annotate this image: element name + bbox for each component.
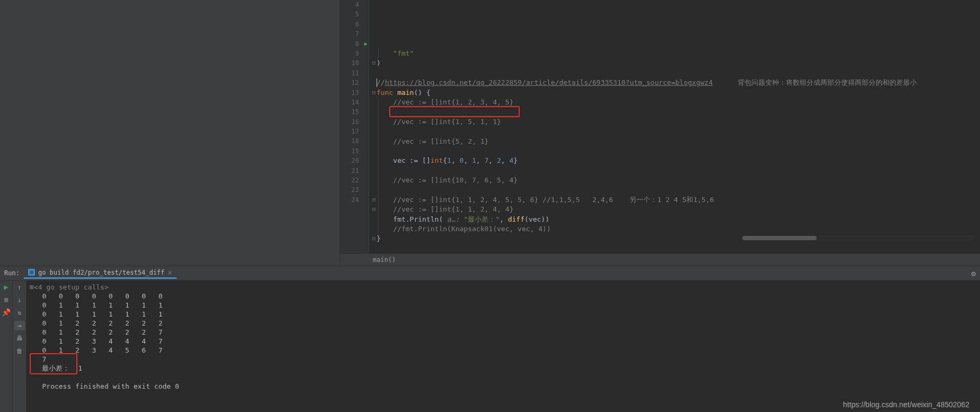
code-line[interactable] — [371, 244, 980, 253]
code-line[interactable]: //vec := []int{1, 5, 1, 1} — [371, 117, 980, 127]
console-toolbar: ↑ ↓ ⇅ ⇥ 🖶 🗑 — [13, 280, 27, 412]
console-line: 0 1 1 1 1 1 1 1 — [30, 310, 977, 319]
console-line: 0 1 2 2 2 2 2 2 — [30, 319, 977, 328]
console-result-line: 最小差： 1 — [30, 364, 977, 373]
gear-icon[interactable]: ⚙ — [972, 269, 976, 278]
run-left-toolbar: ▶ ≡ 📌 — [0, 280, 13, 412]
code-line[interactable] — [371, 127, 980, 136]
code-line[interactable] — [371, 186, 980, 195]
code-line[interactable]: "fmt" — [371, 49, 980, 58]
threads-icon[interactable]: ≡ — [4, 295, 8, 304]
scroll-up-icon[interactable]: ↑ — [14, 283, 25, 292]
console-line: 0 1 2 2 2 2 2 7 — [30, 328, 977, 337]
code-line[interactable]: //fmt.Println(Knapsack01(vec, vec, 4)) — [371, 224, 980, 234]
console-output[interactable]: ⊞<4 go setup calls> 0 0 0 0 0 0 0 0 0 1 … — [27, 280, 980, 412]
go-file-icon — [28, 269, 35, 276]
breadcrumb[interactable]: main() — [340, 253, 980, 266]
line-gutter: 45678▶9101112131415161718192021222324 — [340, 0, 369, 253]
console-setup-fold[interactable]: ⊞<4 go setup calls> — [30, 283, 977, 292]
code-line[interactable]: ⊟ //vec := []int{1, 1, 2, 4, 4} — [371, 205, 980, 214]
watermark-text: https://blog.csdn.net/weixin_48502062 — [843, 400, 969, 409]
code-line[interactable]: fmt.Println( a…: "最小差：", diff(vec)) — [371, 215, 980, 224]
code-line[interactable]: ⊟func main() { — [371, 88, 980, 98]
code-line[interactable]: //vec := []int{10, 7, 6, 5, 4} — [371, 176, 980, 185]
code-line[interactable]: //vec := []int{1, 2, 3, 4, 5} — [371, 98, 980, 107]
console-exit-line: Process finished with exit code 0 — [30, 382, 977, 391]
scroll-down-icon[interactable]: ↓ — [14, 295, 25, 305]
console-line: 0 1 1 1 1 1 1 1 — [30, 301, 977, 310]
code-line[interactable] — [371, 166, 980, 176]
pin-icon[interactable]: 📌 — [2, 308, 11, 317]
editor-pane: 45678▶9101112131415161718192021222324 "f… — [340, 0, 980, 266]
console-line: 7 — [30, 355, 977, 364]
print-icon[interactable]: 🖶 — [14, 334, 25, 343]
code-line[interactable]: //vec := []int{5, 2, 1} — [371, 137, 980, 146]
run-config-tab[interactable]: go build fd2/pro_test/test54_diff × — [24, 267, 177, 279]
scroll-to-end-icon[interactable]: ⇥ — [14, 321, 25, 330]
run-label: Run: — [0, 269, 24, 277]
console-line: 0 1 2 3 4 4 4 7 — [30, 337, 977, 346]
play-icon[interactable]: ▶ — [4, 283, 8, 291]
trash-icon[interactable]: 🗑 — [14, 346, 25, 356]
code-area[interactable]: "fmt"⊟) //https://blog.csdn.net/qq_26222… — [369, 0, 980, 253]
project-sidebar — [0, 0, 340, 266]
console-line: 0 1 2 3 4 5 6 7 — [30, 346, 977, 355]
code-line[interactable]: vec := []int{1, 0, 1, 7, 2, 4} — [371, 156, 980, 165]
svg-rect-1 — [30, 270, 33, 274]
code-line[interactable]: ⊟} — [371, 234, 980, 243]
close-icon[interactable]: × — [168, 268, 172, 277]
code-line[interactable]: ⊟) — [371, 58, 980, 68]
console-line: 0 0 0 0 0 0 0 0 — [30, 292, 977, 301]
code-line[interactable] — [371, 146, 980, 156]
run-toolbar: Run: go build fd2/pro_test/test54_diff ×… — [0, 266, 980, 280]
soft-wrap-icon[interactable]: ⇅ — [14, 308, 25, 318]
code-line[interactable] — [371, 107, 980, 117]
run-config-title: go build fd2/pro_test/test54_diff — [38, 269, 164, 276]
code-line[interactable]: //https://blog.csdn.net/qq_26222859/arti… — [371, 78, 980, 87]
code-line[interactable]: ⊟ //vec := []int{1, 1, 2, 4, 5, 5, 6} //… — [371, 195, 980, 205]
code-line[interactable] — [371, 68, 980, 78]
